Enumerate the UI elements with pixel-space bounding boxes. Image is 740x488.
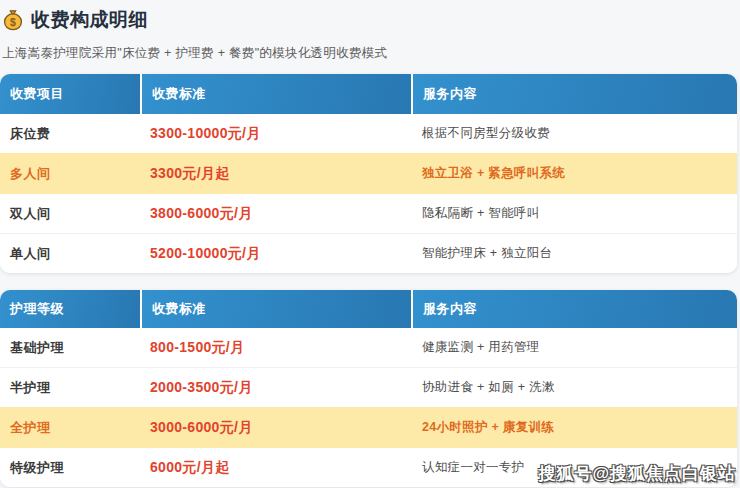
service-cell: 协助进食 + 如厕 + 洗漱: [413, 368, 737, 407]
table-row: 多人间3300元/月起独立卫浴 + 紧急呼叫系统: [0, 153, 737, 193]
price-cell: 6000元/月起: [142, 448, 413, 487]
table-row: 全护理3000-6000元/月24小时照护 + 康复训练: [0, 407, 737, 447]
page-title: 收费构成明细: [31, 7, 148, 33]
money-bag-icon: $: [2, 9, 24, 31]
service-cell: 智能护理床 + 独立阳台: [413, 234, 737, 273]
page-subtitle: 上海嵩泰护理院采用"床位费 + 护理费 + 餐费"的模块化透明收费模式: [2, 45, 740, 62]
table-row: 基础护理800-1500元/月健康监测 + 用药管理: [0, 328, 737, 367]
price-cell: 3800-6000元/月: [142, 194, 413, 233]
column-header: 服务内容: [413, 290, 737, 328]
item-cell: 特级护理: [0, 448, 142, 487]
fee-table-room: 收费项目收费标准服务内容 床位费3300-10000元/月根据不同房型分级收费多…: [0, 74, 737, 273]
table-body: 床位费3300-10000元/月根据不同房型分级收费多人间3300元/月起独立卫…: [0, 114, 737, 273]
fee-table-nursing: 护理等级收费标准服务内容 基础护理800-1500元/月健康监测 + 用药管理半…: [0, 290, 737, 487]
service-cell: 24小时照护 + 康复训练: [413, 408, 737, 447]
table-header-row: 收费项目收费标准服务内容: [0, 74, 737, 114]
watermark: 搜狐号@搜狐焦点白银站: [538, 462, 736, 485]
table-row: 半护理2000-3500元/月协助进食 + 如厕 + 洗漱: [0, 367, 737, 407]
item-cell: 全护理: [0, 408, 142, 447]
price-cell: 3300-10000元/月: [142, 114, 413, 153]
table-header-row: 护理等级收费标准服务内容: [0, 290, 737, 328]
page-header: $ 收费构成明细 上海嵩泰护理院采用"床位费 + 护理费 + 餐费"的模块化透明…: [0, 0, 740, 74]
column-header: 收费标准: [142, 74, 413, 114]
column-header: 服务内容: [413, 74, 737, 114]
table-row: 单人间5200-10000元/月智能护理床 + 独立阳台: [0, 233, 737, 273]
item-cell: 多人间: [0, 154, 142, 193]
service-cell: 独立卫浴 + 紧急呼叫系统: [413, 154, 737, 193]
service-cell: 健康监测 + 用药管理: [413, 328, 737, 367]
table-row: 床位费3300-10000元/月根据不同房型分级收费: [0, 114, 737, 153]
price-cell: 5200-10000元/月: [142, 234, 413, 273]
service-cell: 根据不同房型分级收费: [413, 114, 737, 153]
title-row: $ 收费构成明细: [2, 7, 740, 33]
item-cell: 半护理: [0, 368, 142, 407]
price-cell: 3300元/月起: [142, 154, 413, 193]
item-cell: 双人间: [0, 194, 142, 233]
item-cell: 单人间: [0, 234, 142, 273]
item-cell: 床位费: [0, 114, 142, 153]
column-header: 收费标准: [142, 290, 413, 328]
column-header: 收费项目: [0, 74, 142, 114]
svg-text:$: $: [10, 16, 16, 28]
table-row: 双人间3800-6000元/月隐私隔断 + 智能呼叫: [0, 193, 737, 233]
price-cell: 3000-6000元/月: [142, 408, 413, 447]
service-cell: 隐私隔断 + 智能呼叫: [413, 194, 737, 233]
item-cell: 基础护理: [0, 328, 142, 367]
column-header: 护理等级: [0, 290, 142, 328]
price-cell: 2000-3500元/月: [142, 368, 413, 407]
price-cell: 800-1500元/月: [142, 328, 413, 367]
